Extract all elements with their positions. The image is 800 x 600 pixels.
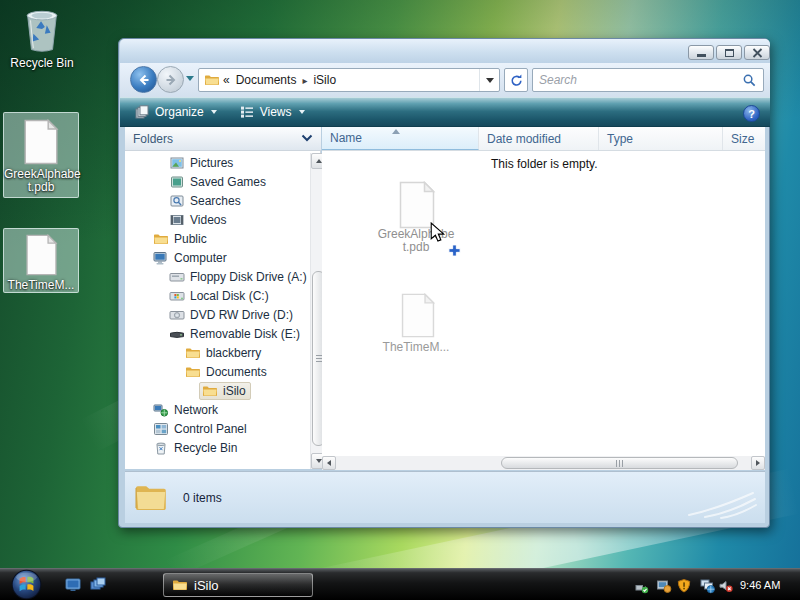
tree-label: Documents [206, 365, 267, 379]
security-alert-icon[interactable] [676, 578, 692, 594]
recent-pages-dropdown[interactable] [186, 76, 194, 81]
title-bar[interactable] [120, 39, 770, 63]
horizontal-scrollbar[interactable] [322, 456, 765, 470]
folder-icon [202, 383, 218, 399]
floppy-drive-icon [169, 269, 185, 285]
views-button[interactable]: Views [231, 101, 313, 123]
show-desktop-icon[interactable] [64, 576, 82, 594]
taskbar-button-isilo[interactable]: iSilo [163, 573, 313, 597]
folders-pane: Folders Pictures Saved Games Searches Vi… [125, 127, 321, 469]
switch-windows-icon[interactable] [89, 576, 107, 594]
selected-tree-item: iSilo [199, 382, 251, 400]
column-header-size[interactable]: Size [723, 127, 765, 150]
column-label: Date modified [487, 132, 561, 146]
local-disk-icon [169, 288, 185, 304]
document-icon [22, 119, 60, 165]
empty-folder-message: This folder is empty. [491, 157, 597, 171]
tree-label: Computer [174, 251, 227, 265]
search-box [532, 68, 764, 92]
maximize-button[interactable] [716, 45, 742, 60]
folder-icon [185, 345, 201, 361]
tree-item-pictures[interactable]: Pictures [125, 153, 303, 172]
tree-label: Network [174, 403, 218, 417]
tree-label: Saved Games [190, 175, 266, 189]
breadcrumb-isilo[interactable]: iSilo [310, 73, 339, 87]
scroll-left-button[interactable] [322, 456, 336, 470]
tree-item-removable-e[interactable]: Removable Disk (E:) [125, 324, 303, 343]
search-icon[interactable] [742, 73, 757, 88]
tree-label: Public [174, 232, 207, 246]
tree-item-documents[interactable]: Documents [125, 362, 303, 381]
views-label: Views [260, 105, 292, 119]
volume-muted-icon[interactable] [718, 578, 734, 594]
scrollbar-grip [616, 460, 624, 467]
address-dropdown-button[interactable] [479, 69, 499, 91]
tree-item-dvd-d[interactable]: DVD RW Drive (D:) [125, 305, 303, 324]
tree-item-saved-games[interactable]: Saved Games [125, 172, 303, 191]
scroll-right-button[interactable] [751, 456, 765, 470]
organize-button[interactable]: Organize [126, 101, 225, 123]
tree-item-control-panel[interactable]: Control Panel [125, 419, 303, 438]
file-list-pane: Name Date modified Type Size This folder… [322, 127, 765, 469]
desktop-icon-recycle-bin[interactable]: Recycle Bin [4, 4, 80, 70]
tree-item-computer[interactable]: Computer [125, 248, 303, 267]
address-bar[interactable]: « Documents ▸ iSilo [198, 68, 500, 92]
folders-header[interactable]: Folders [125, 127, 321, 151]
folders-header-label: Folders [133, 132, 173, 146]
tree-item-local-disk-c[interactable]: Local Disk (C:) [125, 286, 303, 305]
videos-icon [169, 212, 185, 228]
folder-icon [185, 364, 201, 380]
desktop-icon-greekalphabet[interactable]: GreekAlphabe t.pdb [3, 112, 79, 198]
views-icon [239, 104, 255, 120]
navigation-bar: « Documents ▸ iSilo [120, 63, 770, 97]
drag-ghost-document-icon[interactable] [399, 293, 437, 338]
column-header-type[interactable]: Type [599, 127, 723, 150]
column-header-date-modified[interactable]: Date modified [479, 127, 599, 150]
saved-games-icon [169, 174, 185, 190]
tree-label: Removable Disk (E:) [190, 327, 300, 341]
copy-plus-icon [448, 244, 461, 257]
removable-disk-icon [169, 326, 185, 342]
tree-label: iSilo [223, 384, 246, 398]
network-tray-icon[interactable] [700, 578, 716, 594]
column-header-name[interactable]: Name [322, 127, 479, 150]
folder-icon [153, 231, 169, 247]
refresh-button[interactable] [504, 68, 528, 92]
back-button[interactable] [130, 66, 157, 93]
tree-item-blackberry[interactable]: blackberry [125, 343, 303, 362]
tree-item-videos[interactable]: Videos [125, 210, 303, 229]
help-button[interactable]: ? [743, 105, 760, 122]
tree-item-public[interactable]: Public [125, 229, 303, 248]
tree-item-searches[interactable]: Searches [125, 191, 303, 210]
folder-icon [204, 72, 220, 88]
clock[interactable]: 9:46 AM [740, 579, 780, 591]
desktop-icon-label: t.pdb [4, 181, 78, 194]
dvd-drive-icon [169, 307, 185, 323]
tree-item-isilo[interactable]: iSilo [125, 381, 303, 400]
breadcrumb-separator[interactable]: ▸ [299, 75, 310, 86]
horizontal-scrollbar-thumb[interactable] [501, 457, 738, 469]
tree-item-recycle-bin[interactable]: Recycle Bin [125, 438, 303, 457]
chevron-down-icon [486, 78, 494, 83]
arrow-right-icon [756, 460, 760, 466]
control-panel-icon [153, 421, 169, 437]
column-label: Name [330, 131, 362, 145]
tree-item-floppy-a[interactable]: Floppy Disk Drive (A:) [125, 267, 303, 286]
device-sync-icon[interactable] [656, 578, 672, 594]
folder-icon [133, 479, 169, 517]
forward-button[interactable] [157, 66, 184, 93]
breadcrumb-documents[interactable]: Documents [233, 73, 300, 87]
tree-label: Floppy Disk Drive (A:) [190, 270, 307, 284]
search-input[interactable] [533, 73, 742, 87]
tree-label: Control Panel [174, 422, 247, 436]
start-button[interactable] [11, 569, 42, 600]
tree-item-network[interactable]: Network [125, 400, 303, 419]
desktop-icon-thetimem[interactable]: TheTimeM... [3, 228, 79, 293]
safely-remove-hardware-icon[interactable] [634, 578, 650, 594]
file-list-body[interactable]: This folder is empty. GreekAlphabe t.pdb… [322, 151, 765, 456]
breadcrumb-overflow[interactable]: « [220, 73, 233, 87]
recycle-bin-icon [20, 4, 64, 54]
minimize-button[interactable] [688, 45, 714, 60]
close-button[interactable] [744, 45, 770, 60]
desktop: Recycle Bin GreekAlphabe t.pdb TheTimeM.… [0, 0, 800, 600]
